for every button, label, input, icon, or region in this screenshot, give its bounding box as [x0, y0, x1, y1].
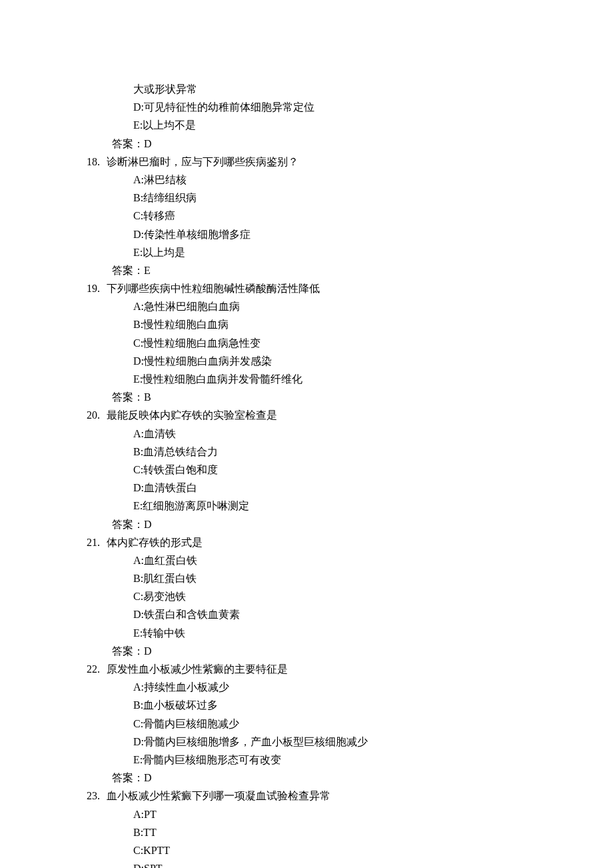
- prev-option-e: E:以上均不是: [133, 116, 526, 134]
- q18-option-a: A:淋巴结核: [133, 171, 526, 189]
- q22-stem: 22. 原发性血小板减少性紫癜的主要特征是: [87, 660, 526, 678]
- q19-number: 19.: [87, 279, 107, 297]
- prev-option-d: D:可见特征性的幼稚前体细胞异常定位: [133, 98, 526, 116]
- q20-text: 最能反映体内贮存铁的实验室检查是: [107, 406, 526, 424]
- q19-option-d: D:慢性粒细胞白血病并发感染: [133, 352, 526, 370]
- q21-option-e: E:转输中铁: [133, 624, 526, 642]
- page-container: 大或形状异常 D:可见特征性的幼稚前体细胞异常定位 E:以上均不是 答案：D 1…: [0, 0, 613, 868]
- q18-option-e: E:以上均是: [133, 243, 526, 261]
- q20-option-b: B:血清总铁结合力: [133, 443, 526, 461]
- q23-option-c: C:KPTT: [133, 841, 526, 859]
- q19-option-c: C:慢性粒细胞白血病急性变: [133, 334, 526, 352]
- q21-option-a: A:血红蛋白铁: [133, 551, 526, 569]
- q20-answer: 答案：D: [112, 515, 526, 533]
- q20-number: 20.: [87, 406, 107, 424]
- q19-text: 下列哪些疾病中性粒细胞碱性磷酸酶活性降低: [107, 279, 526, 297]
- q18-option-c: C:转移癌: [133, 207, 526, 225]
- q20-option-c: C:转铁蛋白饱和度: [133, 461, 526, 479]
- q20-option-e: E:红细胞游离原卟啉测定: [133, 497, 526, 515]
- q23-option-a: A:PT: [133, 805, 526, 823]
- q22-answer: 答案：D: [112, 769, 526, 787]
- q19-option-a: A:急性淋巴细胞白血病: [133, 297, 526, 315]
- q23-number: 23.: [87, 787, 107, 805]
- q23-stem: 23. 血小板减少性紫癜下列哪一项凝血试验检查异常: [87, 787, 526, 805]
- q21-stem: 21. 体内贮存铁的形式是: [87, 533, 526, 551]
- q21-text: 体内贮存铁的形式是: [107, 533, 526, 551]
- q22-option-d: D:骨髓内巨核细胞增多，产血小板型巨核细胞减少: [133, 733, 526, 751]
- q18-text: 诊断淋巴瘤时，应与下列哪些疾病鉴别？: [107, 153, 526, 171]
- q22-number: 22.: [87, 660, 107, 678]
- q22-option-c: C:骨髓内巨核细胞减少: [133, 715, 526, 733]
- q22-option-a: A:持续性血小板减少: [133, 678, 526, 696]
- q21-option-b: B:肌红蛋白铁: [133, 569, 526, 587]
- q20-stem: 20. 最能反映体内贮存铁的实验室检查是: [87, 406, 526, 424]
- q18-option-d: D:传染性单核细胞增多症: [133, 225, 526, 243]
- q19-option-e: E:慢性粒细胞白血病并发骨髓纤维化: [133, 370, 526, 388]
- q21-option-c: C:易变池铁: [133, 587, 526, 605]
- prev-option-c-continuation: 大或形状异常: [133, 80, 526, 98]
- q18-number: 18.: [87, 153, 107, 171]
- q19-stem: 19. 下列哪些疾病中性粒细胞碱性磷酸酶活性降低: [87, 279, 526, 297]
- q22-text: 原发性血小板减少性紫癜的主要特征是: [107, 660, 526, 678]
- q19-answer: 答案：B: [112, 388, 526, 406]
- q22-option-b: B:血小板破坏过多: [133, 696, 526, 714]
- q23-option-d: D:SPT: [133, 859, 526, 868]
- q21-option-d: D:铁蛋白和含铁血黄素: [133, 605, 526, 623]
- q19-option-b: B:慢性粒细胞白血病: [133, 315, 526, 333]
- q23-option-b: B:TT: [133, 823, 526, 841]
- q18-answer: 答案：E: [112, 261, 526, 279]
- q22-option-e: E:骨髓内巨核细胞形态可有改变: [133, 751, 526, 769]
- q21-answer: 答案：D: [112, 642, 526, 660]
- q21-number: 21.: [87, 533, 107, 551]
- q18-stem: 18. 诊断淋巴瘤时，应与下列哪些疾病鉴别？: [87, 153, 526, 171]
- prev-answer: 答案：D: [112, 135, 526, 153]
- q20-option-d: D:血清铁蛋白: [133, 479, 526, 497]
- q23-text: 血小板减少性紫癜下列哪一项凝血试验检查异常: [107, 787, 526, 805]
- q18-option-b: B:结缔组织病: [133, 189, 526, 207]
- q20-option-a: A:血清铁: [133, 425, 526, 443]
